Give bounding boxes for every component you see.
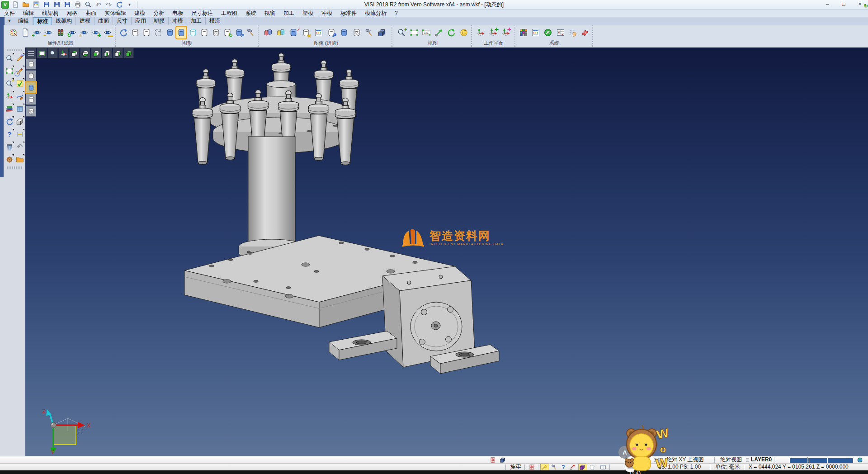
cylinder-settings-icon[interactable] <box>245 27 256 38</box>
shirt-icon[interactable] <box>589 464 596 470</box>
confirm-icon[interactable] <box>14 78 25 89</box>
menu-item-moldflow[interactable]: 模流分析 <box>361 9 391 17</box>
save-as-icon[interactable]: ✎ <box>52 1 61 9</box>
menu-item-drafting[interactable]: 工程图 <box>217 9 241 17</box>
color-table-icon[interactable] <box>518 27 529 38</box>
shade-flat-icon[interactable] <box>26 94 36 105</box>
preview-document-icon[interactable] <box>20 27 30 38</box>
view-iso-icon[interactable] <box>123 48 134 58</box>
tab-application[interactable]: 应用 <box>132 17 150 25</box>
cylinder-dashed-icon[interactable] <box>153 27 164 38</box>
recent-icon[interactable] <box>115 1 123 9</box>
refresh-view-icon[interactable] <box>446 27 457 38</box>
tab-die[interactable]: 冲模 <box>169 17 187 25</box>
show-entities-icon[interactable]: + <box>32 27 42 38</box>
zoom-window-icon[interactable] <box>47 48 58 58</box>
cylinder-wireframe-icon[interactable] <box>130 27 141 38</box>
menu-item-wireframe[interactable]: 线架构 <box>38 9 62 17</box>
zoom-selector-icon[interactable]: ± <box>4 78 14 89</box>
tab-standard[interactable]: 标准 <box>33 17 52 25</box>
view-right-icon[interactable] <box>113 48 123 58</box>
grid-icon[interactable] <box>580 27 590 38</box>
toolbar-grip[interactable] <box>7 49 22 51</box>
visi-logo[interactable]: V <box>1 1 9 9</box>
menu-item-help[interactable]: ? <box>391 9 402 17</box>
hide-entities-icon[interactable]: − <box>43 27 54 38</box>
refresh-visibility-icon[interactable]: ↻ <box>67 27 78 38</box>
tab-edit[interactable]: 编辑 <box>14 17 33 25</box>
tab-machining[interactable]: 加工 <box>187 17 206 25</box>
maximize-button[interactable]: □ <box>835 0 852 9</box>
materials-icon[interactable] <box>363 27 375 38</box>
layer-table-icon[interactable] <box>555 27 566 38</box>
redraw-icon[interactable] <box>118 27 129 38</box>
menu-item-machining[interactable]: 加工 <box>279 9 298 17</box>
toolbar-grip[interactable] <box>7 166 22 169</box>
save-icon[interactable] <box>42 1 51 9</box>
globe-icon[interactable] <box>856 457 863 463</box>
tab-modeling[interactable]: 建模 <box>76 17 94 25</box>
desktop-mascot[interactable]: A W o W <box>601 424 674 474</box>
dynamic-package-icon[interactable] <box>569 464 576 470</box>
menu-item-window[interactable]: 视窗 <box>260 9 279 17</box>
delete-trash-icon[interactable] <box>4 141 14 152</box>
close-button[interactable]: × <box>852 0 868 9</box>
menu-item-system[interactable]: 系统 <box>241 9 260 17</box>
spotlight-view-icon[interactable]: ◉ <box>300 27 311 38</box>
view-bottom-icon[interactable] <box>80 48 90 58</box>
show-all-icon[interactable]: ✚ <box>91 27 101 38</box>
view-cube-icon[interactable] <box>499 457 506 463</box>
menu-item-solid-edit[interactable]: 实体编辑 <box>100 9 130 17</box>
profile-doc-icon[interactable] <box>528 464 535 470</box>
attributes-panel-icon[interactable] <box>530 27 541 38</box>
help-icon[interactable]: ? <box>560 464 567 470</box>
navigation-wheel-icon[interactable] <box>4 154 14 165</box>
lock-toggle[interactable]: 拴牢 <box>510 464 521 471</box>
attributes-palette-icon[interactable] <box>8 27 19 38</box>
menu-item-modeling[interactable]: 建模 <box>130 9 149 17</box>
menu-item-analysis[interactable]: 分析 <box>149 9 168 17</box>
tools-hammer-icon[interactable] <box>551 464 558 470</box>
view-top-icon[interactable] <box>69 48 80 58</box>
print-icon[interactable] <box>73 1 82 9</box>
selection-filter-icon[interactable] <box>4 52 14 64</box>
spline-edit-icon[interactable] <box>14 90 25 102</box>
undo-icon[interactable]: ↶ <box>14 141 25 152</box>
filter-traffic-light-icon[interactable] <box>55 27 66 38</box>
menu-item-die[interactable]: 冲模 <box>317 9 336 17</box>
texture-icon[interactable] <box>351 27 362 38</box>
open-file-icon[interactable] <box>21 1 30 9</box>
tab-moldflow[interactable]: 模流 <box>206 17 224 25</box>
tab-dimension[interactable]: 尺寸 <box>113 17 132 25</box>
tab-mold[interactable]: 塑膜 <box>150 17 169 25</box>
ucs-cube-icon[interactable] <box>579 464 586 470</box>
units-field[interactable]: 单位: 毫米 <box>715 464 740 471</box>
insert-file-icon[interactable] <box>32 1 40 9</box>
workplane-standard-icon[interactable] <box>475 27 486 38</box>
tab-surface[interactable]: 曲面 <box>94 17 113 25</box>
menu-item-mold[interactable]: 塑模 <box>298 9 317 17</box>
export-document-icon[interactable]: ▫ <box>14 154 25 165</box>
tab-dropdown-button[interactable]: ▼ <box>5 17 14 25</box>
delete-entities-icon[interactable]: ✂ <box>14 52 25 64</box>
render-icon[interactable] <box>338 27 349 38</box>
menu-item-mesh[interactable]: 网格 <box>62 9 81 17</box>
menu-item-surface[interactable]: 曲面 <box>81 9 100 17</box>
workplane-entity-icon[interactable]: ✚ <box>500 27 511 38</box>
menu-item-edit[interactable]: 编辑 <box>19 9 38 17</box>
shade-hidden-line-icon[interactable] <box>26 70 36 81</box>
help-icon[interactable]: ? <box>4 128 14 140</box>
magic-select-icon[interactable] <box>541 464 548 470</box>
new-file-icon[interactable] <box>11 1 19 9</box>
redo-icon[interactable]: ↷ <box>104 1 113 9</box>
zoom-in-icon[interactable]: + <box>396 27 407 38</box>
view-back-icon[interactable] <box>102 48 112 58</box>
zoom-extents-icon[interactable] <box>434 27 445 38</box>
zoom-actual-icon[interactable] <box>421 27 432 38</box>
profile-icon[interactable] <box>489 457 496 463</box>
save-all-icon[interactable]: ↻ <box>63 1 71 9</box>
zoom-fit-icon[interactable] <box>37 48 47 58</box>
cylinder-analysis-icon[interactable]: ↻ <box>222 27 233 38</box>
menu-item-file[interactable]: 文件 <box>0 9 19 17</box>
shade-shaded-icon[interactable] <box>26 82 36 93</box>
